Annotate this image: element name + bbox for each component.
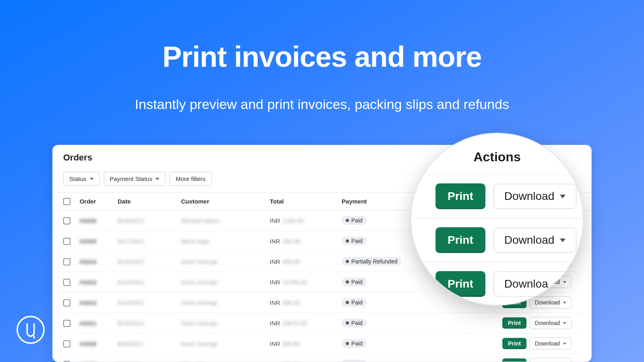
download-label: Download — [535, 299, 560, 306]
payment-text: Partially Refunded — [351, 258, 397, 265]
download-label: Download — [535, 340, 560, 347]
caret-down-icon — [155, 178, 159, 180]
status-dot-icon — [346, 280, 349, 284]
payment-text: Paid — [351, 238, 363, 244]
status-dot-icon — [346, 260, 349, 263]
customer-name: Merci Agar — [181, 238, 210, 245]
order-total: 10780.00 — [282, 279, 307, 286]
order-date: 8/7/2021 — [118, 361, 141, 362]
payment-status-filter[interactable]: Payment Status — [104, 172, 166, 186]
caret-down-icon — [560, 195, 566, 198]
order-id: #1016 — [80, 217, 97, 224]
download-label: Downloa — [504, 278, 548, 290]
svg-point-0 — [17, 317, 44, 343]
table-row: #10108/10/2021Geon GeorgeINR 380.00PaidP… — [53, 333, 591, 354]
customer-name: Geon George — [181, 279, 218, 286]
currency-label: INR — [270, 320, 280, 327]
order-total: 169.99 — [282, 361, 300, 362]
download-label: Download — [504, 190, 555, 203]
order-date: 8/17/2021 — [118, 238, 144, 245]
row-checkbox[interactable] — [63, 258, 70, 265]
col-order: Order — [76, 193, 114, 210]
customer-name: Ethe Alp — [181, 361, 204, 362]
order-date: 8/10/2021 — [118, 299, 144, 306]
row-checkbox[interactable] — [63, 299, 70, 306]
order-date: 8/10/2021 — [118, 320, 144, 327]
print-button[interactable]: Print — [436, 227, 485, 253]
payment-badge: Paid — [342, 216, 367, 225]
more-filters-label: More filters — [175, 175, 205, 182]
row-checkbox[interactable] — [63, 340, 70, 348]
row-checkbox[interactable] — [63, 361, 70, 362]
download-button[interactable]: Download — [493, 228, 577, 253]
order-date: 8/14/2021 — [118, 258, 144, 265]
print-button[interactable]: Print — [436, 183, 485, 209]
payment-text: Paid — [351, 320, 363, 326]
row-checkbox[interactable] — [63, 279, 70, 286]
status-filter-label: Status — [69, 175, 87, 182]
row-checkbox[interactable] — [63, 320, 70, 327]
col-total: Total — [266, 193, 338, 210]
download-button[interactable]: Download — [530, 337, 572, 350]
download-button[interactable]: Download — [530, 296, 572, 309]
magnifier-row: PrintDownload — [436, 183, 559, 209]
hero-title: Print invoices and more — [0, 40, 644, 73]
download-button[interactable]: Download — [493, 184, 577, 209]
brand-logo-icon — [16, 315, 45, 346]
download-label: Download — [504, 234, 555, 247]
row-checkbox[interactable] — [63, 238, 70, 245]
status-dot-icon — [346, 219, 349, 222]
customer-name: Michael Myers — [181, 217, 220, 224]
fulfillment-cell — [431, 354, 498, 362]
print-button[interactable]: Print — [502, 358, 526, 362]
payment-badge: Partially Refunded — [342, 257, 401, 266]
order-total: 10670.00 — [282, 320, 307, 327]
customer-name: Geon George — [181, 258, 218, 265]
table-row: #10118/10/2021Geon GeorgeINR 10670.00Pai… — [53, 313, 591, 333]
currency-label: INR — [270, 217, 280, 224]
payment-badge: Paid — [342, 319, 367, 327]
print-button[interactable]: Print — [502, 317, 526, 329]
order-total: 380.00 — [282, 340, 300, 347]
customer-name: Geon George — [181, 340, 218, 347]
print-button[interactable]: Print — [502, 338, 526, 349]
customer-name: Geon George — [181, 299, 218, 306]
order-id: #1009 — [80, 361, 97, 362]
more-filters-button[interactable]: More filters — [169, 172, 211, 186]
payment-text: Paid — [351, 299, 363, 306]
payment-badge: Paid — [342, 339, 367, 348]
row-checkbox[interactable] — [63, 217, 70, 224]
currency-label: INR — [270, 361, 280, 362]
caret-down-icon — [90, 178, 94, 180]
payment-text: Paid — [351, 279, 363, 285]
download-button[interactable]: Download — [530, 358, 572, 362]
caret-down-icon — [563, 322, 566, 324]
select-all-checkbox[interactable] — [63, 198, 70, 205]
caret-down-icon — [560, 239, 566, 242]
status-filter[interactable]: Status — [63, 172, 100, 186]
customer-name: Geon George — [181, 320, 218, 327]
col-customer: Customer — [177, 193, 266, 210]
status-dot-icon — [346, 342, 349, 345]
col-date: Date — [114, 193, 177, 210]
order-date: 8/10/2021 — [118, 279, 144, 286]
payment-badge: Paid — [342, 298, 367, 307]
order-id: #1011 — [80, 320, 97, 327]
status-dot-icon — [346, 301, 349, 304]
order-total: 380.00 — [282, 258, 300, 265]
currency-label: INR — [270, 238, 280, 245]
fulfillment-cell — [431, 313, 498, 333]
download-button[interactable]: Download — [530, 317, 572, 329]
payment-badge: Paid — [342, 278, 367, 286]
hero-subtitle: Instantly preview and print invoices, pa… — [0, 97, 644, 112]
fulfillment-cell — [431, 333, 498, 354]
order-id: #1015 — [80, 238, 97, 245]
download-label: Download — [535, 320, 560, 326]
magnifier-row: PrintDownloa — [436, 271, 559, 297]
currency-label: INR — [270, 258, 280, 265]
status-dot-icon — [346, 321, 349, 325]
currency-label: INR — [270, 279, 280, 286]
payment-status-filter-label: Payment Status — [110, 175, 153, 182]
caret-down-icon — [563, 343, 566, 345]
magnifier-callout: Actions PrintDownloadPrintDownloadPrintD… — [411, 133, 584, 306]
